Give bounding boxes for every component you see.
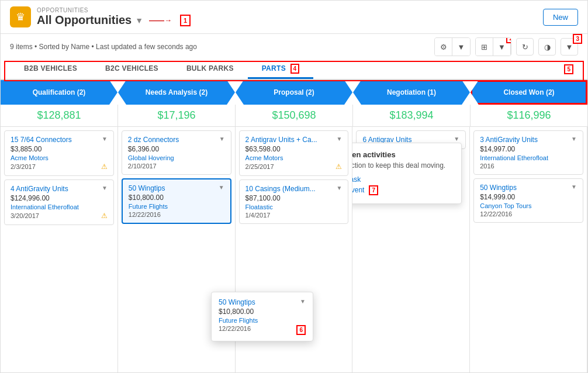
card-15-connectors[interactable]: 15 7/64 Connectors ▼ $3,885.00 Acme Moto… (4, 130, 114, 176)
card-amount: $3,885.00 (11, 145, 108, 153)
page-title: All Opportunities (37, 13, 132, 27)
settings-dropdown-icon[interactable]: ▼ (452, 38, 470, 56)
card-dropdown-icon[interactable]: ▼ (571, 184, 577, 190)
card-date-row: 2/10/2017 (128, 163, 225, 170)
card-title-text: 50 Wingtips (480, 184, 569, 192)
annotation-2: 2 (506, 37, 511, 43)
amount-qualification: $128,881 (1, 105, 118, 126)
warning-icon: ⚠ (101, 163, 108, 171)
card-title-row: 15 7/64 Connectors ▼ (11, 136, 108, 144)
card-amount: $14,997.00 (480, 145, 577, 153)
card-amount: $63,598.00 (245, 145, 343, 153)
card-title-row: 50 Wingtips ▼ (129, 184, 224, 192)
card-dropdown-icon[interactable]: ▼ (571, 136, 577, 142)
card-dropdown-icon[interactable]: ▼ (102, 136, 108, 142)
card-6-antigrav[interactable]: 6 Antigrav Units ▼ No open activities Ta… (356, 130, 466, 149)
tabs-row: B2B VEHICLES B2C VEHICLES BULK PARKS PAR… (1, 60, 587, 80)
card-title-row: 2 dz Connectors ▼ (128, 136, 225, 144)
stage-closed-won: Closed Won (2) (471, 80, 587, 105)
new-button[interactable]: New (543, 9, 578, 26)
kanban-body: 15 7/64 Connectors ▼ $3,885.00 Acme Moto… (1, 127, 587, 372)
annotation-1: 1 (180, 15, 191, 26)
card-date-row: 1/4/2017 (245, 212, 343, 219)
card-date-row: 2/3/2017 ⚠ (11, 163, 108, 171)
card-date-row: 3/20/2017 ⚠ (11, 212, 108, 220)
toolbar-icons: ⚙ ▼ ⊞ ▼ 2 ↻ ◑ ▼ 3 (434, 37, 578, 56)
header-left: ♛ OPPORTUNITIES All Opportunities ▼ ——→ … (10, 6, 191, 27)
settings-icon[interactable]: ⚙ (435, 38, 452, 56)
tab-b2b-vehicles[interactable]: B2B VEHICLES (10, 60, 91, 79)
card-title-row: 10 Casings (Medium... ▼ (245, 185, 343, 193)
card-2dz-connectors[interactable]: 2 dz Connectors ▼ $6,396.00 Global Hover… (122, 130, 231, 175)
tab-spacer: 5 (313, 60, 578, 79)
header: ♛ OPPORTUNITIES All Opportunities ▼ ——→ … (1, 1, 587, 34)
settings-button-group: ⚙ ▼ (434, 37, 471, 56)
card-3-antigravity[interactable]: 3 AntiGravity Units ▼ $14,997.00 Interna… (473, 130, 583, 175)
card-title-text: 2 dz Connectors (128, 136, 217, 144)
annotation-arrow: ——→ (149, 16, 172, 25)
card-amount: $14,999.00 (480, 193, 577, 201)
title-dropdown-arrow[interactable]: ▼ (135, 16, 143, 25)
floating-card-dropdown[interactable]: ▼ (300, 298, 306, 305)
filter-icon[interactable]: ▼ 3 (561, 38, 578, 56)
tab-b2c-vehicles[interactable]: B2C VEHICLES (91, 60, 172, 79)
floating-card-title-row: 50 Wingtips ▼ (219, 298, 306, 306)
card-amount: $10,800.00 (129, 194, 224, 202)
status-text: 9 items • Sorted by Name • Last updated … (10, 43, 197, 51)
card-dropdown-icon[interactable]: ▼ (454, 136, 459, 142)
card-date-row: 2/25/2017 ⚠ (245, 163, 343, 171)
kanban-amounts: $128,881 $17,196 $150,698 $183,994 $116,… (1, 105, 587, 127)
card-company: Floatastic (245, 203, 343, 210)
new-task-link[interactable]: New Task (352, 175, 453, 184)
warning-icon: ⚠ (335, 163, 342, 171)
tab-bulk-parks[interactable]: BULK PARKS (172, 60, 248, 79)
card-dropdown-icon[interactable]: ▼ (102, 185, 108, 191)
card-2-antigrav-units[interactable]: 2 Antigrav Units + Ca... ▼ $63,598.00 Ac… (239, 130, 349, 176)
annotation-5: 5 (564, 64, 573, 74)
popup-title: No open activities (352, 150, 453, 159)
card-amount: $87,100.00 (245, 194, 343, 202)
stage-proposal: Proposal (2) (236, 80, 352, 105)
card-date-row: 2016 (480, 163, 577, 170)
card-title-row: 2 Antigrav Units + Ca... ▼ (245, 136, 343, 144)
floating-card-title: 50 Wingtips (219, 298, 255, 306)
new-button-wrapper: New (543, 9, 578, 26)
card-company: Acme Motors (245, 154, 343, 161)
new-event-link[interactable]: New Event7 (352, 186, 453, 194)
card-dropdown-icon[interactable]: ▼ (219, 136, 225, 142)
card-4-antigravity[interactable]: 4 AntiGravity Units ▼ $124,996.00 Intern… (4, 179, 114, 225)
card-title-text: 10 Casings (Medium... (245, 185, 334, 193)
stage-qualification: Qualification (2) (1, 80, 117, 105)
tab-parts[interactable]: PARTS 4 (248, 60, 314, 79)
annotation-4: 4 (290, 64, 300, 74)
toolbar-row: 9 items • Sorted by Name • Last updated … (1, 34, 587, 60)
chart-icon[interactable]: ◑ (538, 38, 556, 56)
app-logo: ♛ (10, 6, 31, 27)
card-title-text: 15 7/64 Connectors (11, 136, 99, 144)
card-50-wingtips-col2[interactable]: 50 Wingtips ▼ $10,800.00 Future Flights … (122, 178, 231, 224)
floating-card-amount: $10,800.00 (219, 308, 306, 316)
floating-card-company: Future Flights (219, 317, 306, 324)
popup-subtitle: Take action to keep this deal moving. (352, 161, 453, 170)
card-amount: $124,996.00 (11, 194, 108, 202)
kanban-col-negotiation: 6 Antigrav Units ▼ No open activities Ta… (352, 127, 470, 372)
annotation-3: 3 (573, 34, 582, 44)
columns-button-group: ⊞ ▼ 2 (475, 37, 511, 56)
card-dropdown-icon[interactable]: ▼ (219, 184, 224, 191)
card-amount: $6,396.00 (128, 145, 225, 153)
card-10-casings[interactable]: 10 Casings (Medium... ▼ $87,100.00 Float… (239, 179, 349, 224)
card-50-wingtips-col5[interactable]: 50 Wingtips ▼ $14,999.00 Canyon Top Tour… (473, 178, 583, 223)
header-title-area: OPPORTUNITIES All Opportunities ▼ ——→ 1 (37, 7, 191, 27)
refresh-icon[interactable]: ↻ (516, 38, 534, 56)
card-date-row: 12/22/2016 (129, 211, 224, 218)
warning-icon: ⚠ (101, 212, 108, 220)
annotation-6: 6 (296, 325, 306, 335)
amount-needs-analysis: $17,196 (118, 105, 236, 126)
card-company: International Etherofloat (480, 154, 577, 161)
floating-drag-card[interactable]: 50 Wingtips ▼ $10,800.00 Future Flights … (211, 292, 313, 341)
amount-closed-won: $116,996 (471, 105, 587, 126)
columns-icon[interactable]: ⊞ (476, 38, 493, 56)
card-title-text: 2 Antigrav Units + Ca... (245, 136, 334, 144)
card-dropdown-icon[interactable]: ▼ (336, 136, 342, 142)
card-dropdown-icon[interactable]: ▼ (336, 185, 342, 191)
